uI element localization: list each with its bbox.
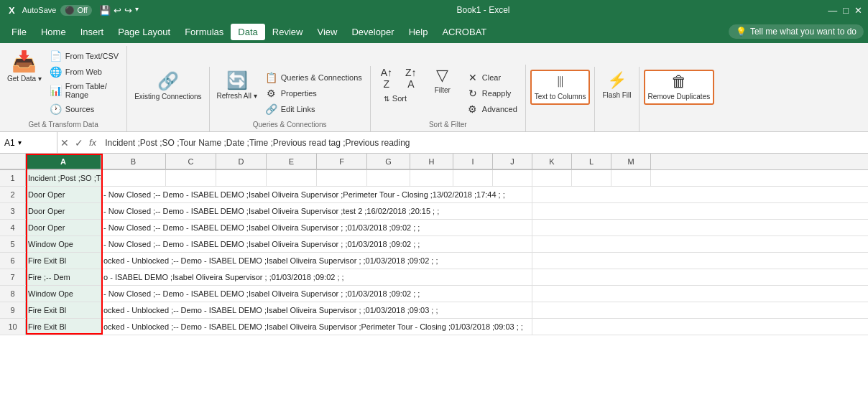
- maximize-icon[interactable]: □: [843, 5, 849, 16]
- edit-links-button[interactable]: 🔗 Edit Links: [262, 102, 366, 116]
- from-text-csv-button[interactable]: 📄 From Text/CSV: [46, 49, 122, 63]
- cell-b5[interactable]: - Now Closed ;-- Demo - ISABEL DEMO ;Isa…: [101, 236, 532, 252]
- col-header-m[interactable]: M: [611, 154, 651, 169]
- menu-help[interactable]: Help: [402, 24, 435, 40]
- cell-b8[interactable]: - Now Closed ;-- Demo - ISABEL DEMO ;Isa…: [101, 286, 532, 302]
- col-header-h[interactable]: H: [410, 154, 453, 169]
- menu-home[interactable]: Home: [34, 24, 73, 40]
- cell-b6[interactable]: ocked - Unblocked ;-- Demo - ISABEL DEMO…: [101, 253, 532, 269]
- cell-k1[interactable]: [532, 170, 572, 186]
- confirm-formula-icon[interactable]: ✓: [75, 137, 83, 149]
- recent-sources-button[interactable]: 🕐 Sources: [46, 102, 122, 116]
- minimize-icon[interactable]: —: [828, 5, 837, 16]
- existing-connections-label: Existing Connections: [134, 93, 201, 101]
- advanced-button[interactable]: ⚙ Advanced: [463, 102, 521, 116]
- cell-ref-dropdown[interactable]: ▾: [18, 139, 22, 146]
- text-to-columns-button[interactable]: ⫴ Text to Columns: [530, 70, 591, 105]
- cell-a3[interactable]: Door Oper: [26, 203, 101, 219]
- col-header-f[interactable]: F: [317, 154, 367, 169]
- cell-b7[interactable]: o - ISABEL DEMO ;Isabel Oliveira Supervi…: [101, 269, 532, 285]
- cell-ref-box[interactable]: A1 ▾: [0, 132, 57, 153]
- menu-review[interactable]: Review: [265, 24, 310, 40]
- cell-a2[interactable]: Door Oper: [26, 187, 101, 202]
- cell-g1[interactable]: [367, 170, 410, 186]
- cell-a6[interactable]: Fire Exit Bl: [26, 253, 101, 269]
- col-header-b[interactable]: B: [101, 154, 166, 169]
- refresh-all-icon: 🔄: [226, 72, 248, 89]
- sort-button[interactable]: ⇅ Sort: [381, 92, 417, 105]
- flash-fill-button[interactable]: ⚡ Flash Fill: [599, 70, 634, 102]
- menu-formulas[interactable]: Formulas: [177, 24, 231, 40]
- cell-a10[interactable]: Fire Exit Bl: [26, 319, 101, 335]
- clear-button[interactable]: ✕ Clear: [463, 70, 521, 85]
- cell-d1[interactable]: [216, 170, 267, 186]
- cell-b2[interactable]: - Now Closed ;-- Demo - ISABEL DEMO ;Isa…: [101, 187, 532, 202]
- from-web-button[interactable]: 🌐 From Web: [46, 65, 122, 79]
- cell-a8[interactable]: Window Ope: [26, 286, 101, 302]
- cell-b10[interactable]: ocked - Unblocked ;-- Demo - ISABEL DEMO…: [101, 319, 532, 335]
- remove-duplicates-button[interactable]: 🗑 Remove Duplicates: [644, 70, 715, 105]
- cell-a1[interactable]: Incident ;Post ;SO ;Tour Name ;Date ;Tim…: [26, 170, 101, 186]
- from-table-button[interactable]: 📊 From Table/Range: [46, 80, 122, 101]
- tell-me-box[interactable]: 💡 Tell me what you want to do: [729, 24, 864, 39]
- menu-acrobat[interactable]: ACROBAT: [435, 24, 494, 40]
- insert-function-icon[interactable]: fx: [89, 137, 96, 148]
- sort-za-icon: Z↑A: [402, 70, 420, 87]
- cell-h1[interactable]: [410, 170, 453, 186]
- text-to-columns-group: ⫴ Text to Columns: [526, 67, 596, 131]
- close-icon[interactable]: ✕: [854, 5, 862, 16]
- get-data-label: Get Data ▾: [7, 75, 42, 83]
- cell-e1[interactable]: [267, 170, 317, 186]
- sort-za-button[interactable]: Z↑A: [400, 67, 423, 90]
- corner-cell: [0, 154, 26, 169]
- undo-icon[interactable]: ↩: [114, 5, 121, 16]
- menu-developer[interactable]: Developer: [344, 24, 401, 40]
- cell-m1[interactable]: [611, 170, 651, 186]
- cell-a4[interactable]: Door Oper: [26, 220, 101, 236]
- refresh-all-button[interactable]: 🔄 Refresh All ▾: [214, 69, 260, 103]
- cell-a7[interactable]: Fire ;-- Dem: [26, 269, 101, 285]
- cell-b3[interactable]: - Now Closed ;-- Demo - ISABEL DEMO ;Isa…: [101, 203, 532, 219]
- menu-view[interactable]: View: [310, 24, 344, 40]
- sort-az-group: A↑Z Z↑A ⇅ Sort: [375, 67, 423, 105]
- col-header-d[interactable]: D: [216, 154, 267, 169]
- get-data-button[interactable]: 📥 Get Data ▾: [4, 49, 45, 85]
- existing-connections-button[interactable]: 🔗 Existing Connections: [131, 70, 204, 103]
- sort-az-button[interactable]: A↑Z: [375, 67, 398, 90]
- cell-i1[interactable]: [453, 170, 493, 186]
- menu-page-layout[interactable]: Page Layout: [111, 24, 177, 40]
- cell-b4[interactable]: - Now Closed ;-- Demo - ISABEL DEMO ;Isa…: [101, 220, 532, 236]
- cell-b9[interactable]: ocked - Unblocked ;-- Demo - ISABEL DEMO…: [101, 302, 532, 318]
- cell-j1[interactable]: [493, 170, 532, 186]
- cancel-formula-icon[interactable]: ✕: [60, 137, 69, 149]
- queries-connections-group-label: Queries & Connections: [214, 119, 366, 131]
- filter-button[interactable]: ▽ Filter: [427, 67, 458, 94]
- quick-access-icons: 💾 ↩ ↪ ▾: [99, 5, 139, 16]
- cell-c1[interactable]: [166, 170, 216, 186]
- col-header-e[interactable]: E: [267, 154, 317, 169]
- col-header-i[interactable]: I: [453, 154, 493, 169]
- col-header-j[interactable]: J: [493, 154, 532, 169]
- reapply-button[interactable]: ↻ Reapply: [463, 86, 521, 101]
- menu-file[interactable]: File: [4, 24, 34, 40]
- col-header-c[interactable]: C: [166, 154, 216, 169]
- redo-icon[interactable]: ↪: [124, 5, 132, 16]
- col-header-k[interactable]: K: [532, 154, 572, 169]
- col-header-l[interactable]: L: [572, 154, 611, 169]
- col-header-g[interactable]: G: [367, 154, 410, 169]
- cell-l1[interactable]: [572, 170, 611, 186]
- menu-insert[interactable]: Insert: [73, 24, 111, 40]
- queries-connections-button[interactable]: 📋 Queries & Connections: [262, 70, 366, 85]
- row-num-9: 9: [0, 302, 26, 318]
- cell-f1[interactable]: [317, 170, 367, 186]
- cell-a5[interactable]: Window Ope: [26, 236, 101, 252]
- properties-button[interactable]: ⚙ Properties: [262, 86, 366, 101]
- cell-b1[interactable]: [101, 170, 166, 186]
- from-web-icon: 🌐: [50, 66, 63, 78]
- autosave-toggle[interactable]: ⚫ Off: [60, 5, 92, 16]
- col-header-a[interactable]: A: [26, 154, 101, 169]
- save-icon[interactable]: 💾: [99, 5, 111, 16]
- cell-a9[interactable]: Fire Exit Bl: [26, 302, 101, 318]
- menu-data[interactable]: Data: [231, 24, 264, 40]
- remove-duplicates-content: 🗑 Remove Duplicates: [644, 70, 715, 127]
